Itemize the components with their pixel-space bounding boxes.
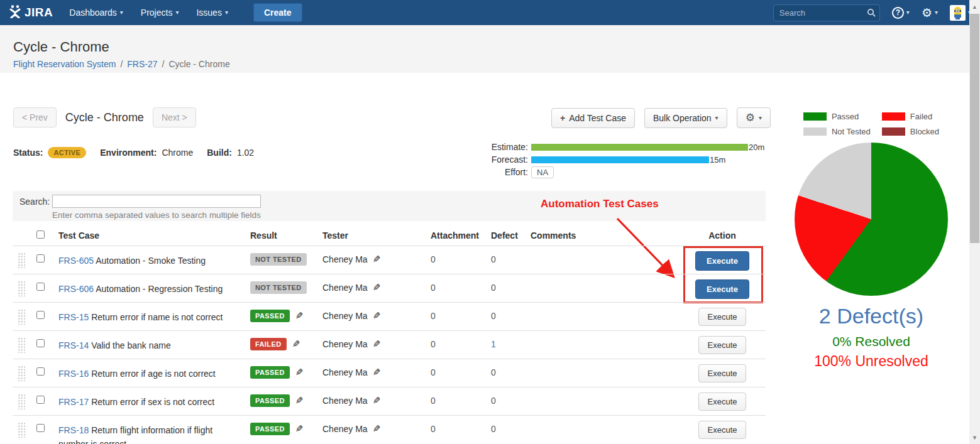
edit-tester-icon[interactable]: ✎ <box>373 395 381 406</box>
avatar <box>950 5 966 21</box>
drag-handle-icon[interactable] <box>18 394 25 409</box>
search-icon[interactable] <box>867 8 876 19</box>
edit-result-icon[interactable]: ✎ <box>295 395 304 406</box>
result-badge[interactable]: NOT TESTED <box>250 253 307 266</box>
search-input[interactable] <box>773 4 880 21</box>
test-case-link[interactable]: FRS-14 <box>58 340 89 350</box>
attachment-count: 0 <box>431 416 491 434</box>
row-checkbox[interactable] <box>36 367 45 376</box>
cycle-settings-button[interactable]: ⚙ ▾ <box>737 107 771 128</box>
edit-tester-icon[interactable]: ✎ <box>373 254 381 265</box>
result-badge[interactable]: PASSED <box>250 394 290 407</box>
create-button[interactable]: Create <box>253 3 302 22</box>
comments-cell <box>531 416 679 424</box>
drag-handle-icon[interactable] <box>18 281 25 296</box>
row-checkbox[interactable] <box>36 339 45 347</box>
execute-button[interactable]: Execute <box>698 364 747 382</box>
legend-label: Not Tested <box>832 127 871 136</box>
attachment-count: 0 <box>431 246 491 264</box>
search-label: Search: <box>19 197 50 207</box>
edit-result-icon[interactable]: ✎ <box>295 367 304 378</box>
help-menu[interactable]: ? ▾ <box>892 7 910 19</box>
jira-logo[interactable]: JIRA <box>9 4 53 21</box>
cycle-meta: Status: ACTIVE Environment: Chrome Build… <box>13 147 263 158</box>
cycle-pagination: < Prev Cycle - Chrome Next > <box>13 107 196 127</box>
execute-button[interactable]: Execute <box>698 421 747 439</box>
comments-cell <box>531 303 679 311</box>
test-case-link[interactable]: FRS-606 <box>58 284 94 294</box>
nav-dashboards[interactable]: Dashboards ▾ <box>69 8 123 18</box>
scroll-up-icon[interactable]: ▲ <box>969 1 980 12</box>
drag-handle-icon[interactable] <box>18 309 25 325</box>
test-case-search-input[interactable] <box>52 195 261 208</box>
result-badge[interactable]: PASSED <box>250 423 290 435</box>
edit-tester-icon[interactable]: ✎ <box>373 282 381 293</box>
attachment-count: 0 <box>431 303 491 321</box>
drag-handle-icon[interactable] <box>18 337 25 353</box>
execute-button[interactable]: Execute <box>695 279 749 299</box>
scroll-down-icon[interactable]: ▼ <box>969 432 980 443</box>
row-checkbox[interactable] <box>36 283 45 291</box>
environment-value: Chrome <box>162 148 193 158</box>
execute-button[interactable]: Execute <box>698 336 747 354</box>
drag-handle-icon[interactable] <box>18 252 25 268</box>
plus-icon: + <box>560 113 565 123</box>
comments-cell <box>531 274 679 283</box>
drag-handle-icon[interactable] <box>18 365 25 381</box>
chevron-down-icon: ▾ <box>715 115 718 121</box>
scrollbar-thumb[interactable] <box>970 14 979 243</box>
breadcrumb-issue-link[interactable]: FRS-27 <box>127 59 157 69</box>
select-all-checkbox[interactable] <box>36 230 45 239</box>
edit-tester-icon[interactable]: ✎ <box>373 367 381 378</box>
row-checkbox[interactable] <box>36 254 45 263</box>
help-icon: ? <box>892 7 904 19</box>
test-case-link[interactable]: FRS-17 <box>58 397 89 407</box>
add-test-case-button[interactable]: + Add Test Case <box>551 108 635 128</box>
edit-tester-icon[interactable]: ✎ <box>373 338 381 350</box>
chevron-down-icon: ▾ <box>175 9 179 16</box>
edit-tester-icon[interactable]: ✎ <box>373 310 381 322</box>
estimate-value: 20m <box>749 143 764 152</box>
next-button[interactable]: Next > <box>153 107 196 127</box>
test-case-link[interactable]: FRS-605 <box>58 256 94 266</box>
edit-result-icon[interactable]: ✎ <box>295 423 304 435</box>
test-case-link[interactable]: FRS-15 <box>58 312 89 322</box>
row-checkbox[interactable] <box>36 311 45 319</box>
col-attachment: Attachment <box>431 230 491 241</box>
edit-tester-icon[interactable]: ✎ <box>373 423 381 435</box>
execute-button[interactable]: Execute <box>698 393 747 411</box>
vertical-scrollbar[interactable]: ▲ ▼ <box>969 0 980 444</box>
row-checkbox[interactable] <box>36 396 45 404</box>
edit-result-icon[interactable]: ✎ <box>292 338 300 350</box>
test-case-link[interactable]: FRS-18 <box>58 425 89 435</box>
breadcrumb-current: Cycle - Chrome <box>168 59 229 69</box>
edit-result-icon[interactable]: ✎ <box>295 310 304 322</box>
nav-issues[interactable]: Issues ▾ <box>196 8 228 18</box>
execute-button[interactable]: Execute <box>695 251 749 271</box>
result-badge[interactable]: FAILED <box>250 338 287 350</box>
result-badge[interactable]: NOT TESTED <box>250 281 307 294</box>
tester-name: Cheney Ma <box>322 424 368 434</box>
nav-projects[interactable]: Projects ▾ <box>141 8 179 18</box>
prev-button[interactable]: < Prev <box>13 107 57 127</box>
test-case-link[interactable]: FRS-16 <box>58 369 89 379</box>
test-case-summary: Valid the bank name <box>91 340 171 350</box>
row-checkbox[interactable] <box>36 424 45 432</box>
tester-name: Cheney Ma <box>322 339 368 349</box>
execute-button[interactable]: Execute <box>698 308 747 326</box>
table-row: FRS-605 Automation - Smoke Testing NOT T… <box>13 246 766 274</box>
attachment-count: 0 <box>431 387 491 406</box>
breadcrumb: Flight Reservation System/FRS-27/Cycle -… <box>13 59 230 69</box>
defect-pie <box>795 143 948 296</box>
breadcrumb-project-link[interactable]: Flight Reservation System <box>13 59 116 69</box>
result-badge[interactable]: PASSED <box>250 366 290 379</box>
drag-handle-icon[interactable] <box>18 422 25 438</box>
user-menu[interactable]: ▾ <box>950 5 971 21</box>
settings-menu[interactable]: ⚙ ▾ <box>922 7 938 19</box>
jira-logo-icon <box>9 4 21 21</box>
chevron-down-icon: ▾ <box>935 9 938 16</box>
defect-resolved-text: 0% Resolved <box>786 334 957 349</box>
result-badge[interactable]: PASSED <box>250 310 290 322</box>
defect-count: 0 <box>491 246 531 264</box>
bulk-operation-button[interactable]: Bulk Operation ▾ <box>644 108 727 128</box>
